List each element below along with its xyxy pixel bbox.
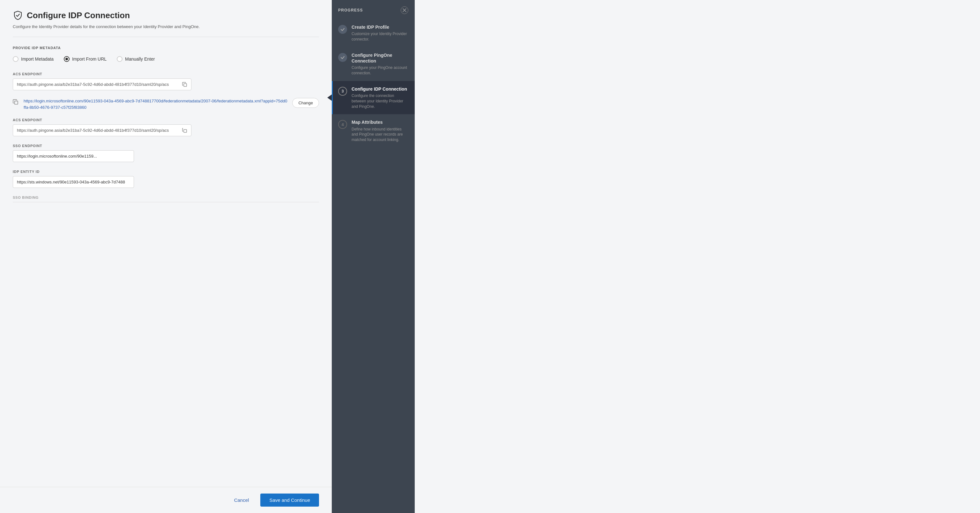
radio-circle-import-from-url [64,56,70,62]
acs-endpoint-2-input[interactable] [13,125,178,136]
sidebar-title: PROGRESS [338,8,363,13]
progress-marker-1 [338,25,347,34]
progress-step-title-4: Map Attributes [352,119,408,125]
progress-step-title-3: Configure IDP Connection [352,86,408,92]
sidebar-header: PROGRESS [332,0,415,19]
page-title: Configure IDP Connection [27,11,130,21]
radio-import-metadata[interactable]: Import Metadata [13,56,54,62]
shield-icon [13,10,23,21]
radio-circle-manually-enter [117,56,123,62]
acs-endpoint-1-copy-button[interactable] [178,80,191,90]
progress-marker-4: 4 [338,120,347,129]
sso-endpoint-label: SSO ENDPOINT [13,144,319,148]
radio-circle-import-metadata [13,56,19,62]
svg-rect-0 [184,84,187,86]
sso-endpoint-input[interactable] [13,150,134,162]
progress-text-3: Configure IDP Connection Configure the c… [352,86,408,110]
progress-item-3: 3 Configure IDP Connection Configure the… [332,81,415,115]
progress-step-desc-2: Configure your PingOne account connectio… [352,65,408,76]
section-title: PROVIDE IDP METADATA [13,46,319,50]
idp-entity-id-label: IDP ENTITY ID [13,170,319,174]
content-scroll: Configure IDP Connection Configure the I… [13,10,319,476]
acs-endpoint-1-group: ACS ENDPOINT [13,72,319,90]
layout: Configure IDP Connection Configure the I… [0,0,415,513]
close-button[interactable] [401,6,408,14]
svg-rect-2 [184,129,187,132]
sso-endpoint-group: SSO ENDPOINT [13,144,319,162]
url-text: https://login.microsoftonline.com/90e115… [24,98,287,110]
progress-marker-3: 3 [338,87,347,96]
acs-endpoint-2-group: ACS ENDPOINT [13,118,319,136]
progress-text-2: Configure PingOne Connection Configure y… [352,52,408,76]
progress-item-2: Configure PingOne Connection Configure y… [332,47,415,81]
radio-label-import-from-url: Import From URL [72,56,107,62]
left-section: Configure IDP Connection Configure the I… [0,0,332,513]
change-button[interactable]: Change [292,98,319,108]
svg-rect-1 [15,101,18,104]
progress-item-4: 4 Map Attributes Define how inbound iden… [332,114,415,148]
radio-label-import-metadata: Import Metadata [21,56,54,62]
progress-text-4: Map Attributes Define how inbound identi… [352,119,408,143]
sidebar: PROGRESS Create IDP Profile Customize yo… [332,0,415,513]
progress-step-title-1: Create IDP Profile [352,24,408,30]
radio-label-manually-enter: Manually Enter [125,56,155,62]
divider [13,37,319,37]
acs-endpoint-2-label: ACS ENDPOINT [13,118,319,122]
page-header: Configure IDP Connection [13,10,319,21]
acs-endpoint-2-copy-button[interactable] [178,125,191,135]
progress-marker-2 [338,53,347,62]
radio-import-from-url[interactable]: Import From URL [64,56,107,62]
cancel-button[interactable]: Cancel [229,495,254,505]
acs-endpoint-1-label: ACS ENDPOINT [13,72,319,76]
progress-step-title-2: Configure PingOne Connection [352,52,408,64]
progress-text-1: Create IDP Profile Customize your Identi… [352,24,408,42]
page-subtitle: Configure the Identity Provider details … [13,24,319,29]
radio-group: Import Metadata Import From URL Manually… [13,56,319,62]
progress-step-desc-4: Define how inbound identities and PingOn… [352,127,408,143]
main-content: Configure IDP Connection Configure the I… [0,0,332,487]
radio-manually-enter[interactable]: Manually Enter [117,56,155,62]
idp-entity-id-input[interactable] [13,176,134,188]
footer: Cancel Save and Continue [0,487,332,513]
progress-step-desc-3: Configure the connection between your Id… [352,93,408,109]
sso-binding-label: SSO BINDING [13,196,319,199]
acs-endpoint-1-input-wrapper [13,78,191,90]
url-copy-icon [13,99,19,106]
idp-entity-id-group: IDP ENTITY ID [13,170,319,188]
sidebar-arrow [327,94,332,101]
save-continue-button[interactable]: Save and Continue [260,494,319,507]
progress-step-desc-1: Customize your Identity Provider connect… [352,31,408,42]
acs-endpoint-2-input-wrapper [13,124,191,136]
progress-item-1: Create IDP Profile Customize your Identi… [332,19,415,47]
url-row: https://login.microsoftonline.com/90e115… [13,98,319,110]
acs-endpoint-1-input[interactable] [13,79,178,90]
